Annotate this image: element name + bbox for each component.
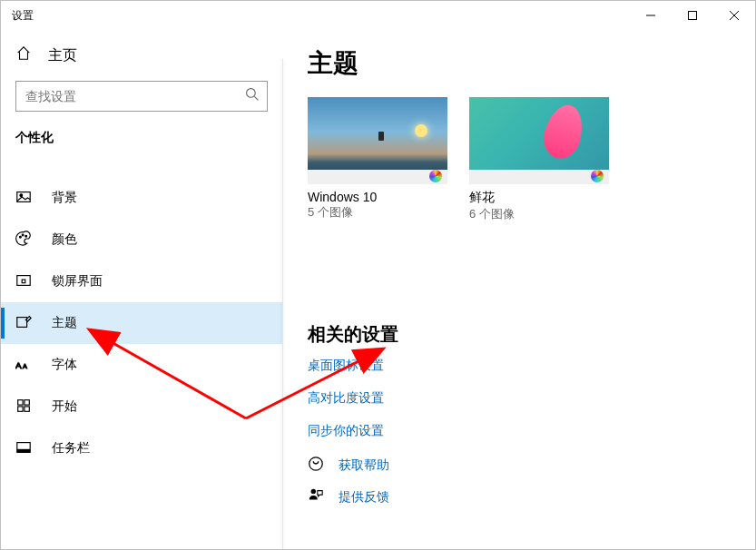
- palette-icon: [15, 231, 32, 250]
- svg-rect-15: [25, 406, 29, 410]
- give-feedback-link[interactable]: 提供反馈: [308, 487, 730, 506]
- svg-rect-17: [17, 448, 30, 452]
- window-controls: [630, 1, 755, 30]
- minimize-button[interactable]: [630, 1, 672, 30]
- svg-rect-7: [17, 275, 30, 285]
- svg-rect-8: [22, 280, 25, 283]
- svg-point-4: [20, 236, 22, 238]
- sidebar-item-label: 主题: [52, 315, 77, 331]
- svg-rect-14: [18, 406, 23, 410]
- home-icon: [15, 45, 32, 65]
- sidebar-item-label: 开始: [52, 398, 77, 415]
- sidebar-item-label: 颜色: [52, 231, 77, 248]
- link-high-contrast[interactable]: 高对比度设置: [308, 390, 730, 407]
- svg-point-3: [20, 193, 23, 196]
- get-help-link[interactable]: 获取帮助: [308, 456, 730, 475]
- theme-sub: 5 个图像: [308, 204, 447, 221]
- color-wheel-icon: [429, 170, 442, 182]
- sidebar-item-background[interactable]: 背景: [1, 177, 282, 219]
- maximize-button[interactable]: [672, 1, 713, 30]
- svg-text:A: A: [15, 359, 22, 369]
- feedback-icon: [308, 487, 324, 506]
- sidebar-item-label: 背景: [52, 190, 77, 206]
- search-icon: [245, 87, 260, 105]
- theme-card-flowers[interactable]: 鲜花 6 个图像: [469, 97, 609, 222]
- sidebar-item-taskbar[interactable]: 任务栏: [1, 427, 282, 469]
- svg-point-1: [247, 89, 256, 98]
- feedback-label: 提供反馈: [339, 489, 389, 506]
- help-label: 获取帮助: [339, 457, 389, 474]
- content-title: 主题: [308, 46, 730, 81]
- sidebar-item-label: 字体: [52, 357, 77, 373]
- related-settings-title: 相关的设置: [308, 322, 730, 347]
- sidebar-item-label: 任务栏: [52, 440, 90, 457]
- link-sync-settings[interactable]: 同步你的设置: [308, 423, 730, 439]
- svg-rect-13: [25, 399, 29, 404]
- image-icon: [15, 189, 32, 208]
- color-wheel-icon: [591, 170, 604, 182]
- window-titlebar: 设置: [1, 1, 755, 30]
- search-input[interactable]: [25, 89, 245, 103]
- svg-point-19: [311, 489, 316, 494]
- sidebar: 主页 个性化 背景 颜色 锁屏界面 主题: [1, 30, 282, 549]
- theme-name: 鲜花: [469, 190, 609, 206]
- theme-name: Windows 10: [308, 190, 447, 204]
- svg-point-6: [25, 235, 27, 237]
- svg-rect-9: [17, 317, 27, 327]
- window-title: 设置: [12, 8, 34, 24]
- home-button[interactable]: 主页: [1, 37, 282, 74]
- sidebar-item-start[interactable]: 开始: [1, 386, 282, 427]
- sidebar-item-colors[interactable]: 颜色: [1, 219, 282, 260]
- svg-rect-12: [18, 399, 23, 404]
- home-label: 主页: [48, 46, 77, 65]
- sidebar-item-lockscreen[interactable]: 锁屏界面: [1, 260, 282, 302]
- theme-thumbnail: [308, 97, 447, 184]
- sidebar-item-label: 锁屏界面: [52, 273, 103, 290]
- svg-rect-2: [17, 192, 30, 201]
- close-button[interactable]: [713, 1, 755, 30]
- themes-grid: Windows 10 5 个图像 鲜花 6 个图像: [308, 97, 730, 222]
- lock-screen-icon: [15, 272, 32, 291]
- pen-icon: [15, 314, 32, 333]
- font-icon: AA: [15, 356, 32, 375]
- sidebar-category: 个性化: [1, 112, 282, 159]
- theme-thumbnail: [469, 97, 609, 184]
- content-area: 主题 Windows 10 5 个图像 鲜花 6 个图像 相关的设置 桌面图标设…: [282, 30, 755, 549]
- help-icon: [308, 456, 324, 475]
- sidebar-nav: 背景 颜色 锁屏界面 主题 AA 字体 开始: [1, 177, 282, 469]
- sidebar-item-fonts[interactable]: AA 字体: [1, 344, 282, 386]
- sidebar-item-themes[interactable]: 主题: [1, 302, 282, 344]
- divider: [282, 59, 283, 549]
- search-box[interactable]: [15, 81, 268, 112]
- grid-icon: [15, 398, 32, 417]
- svg-text:A: A: [23, 361, 27, 369]
- link-desktop-icons[interactable]: 桌面图标设置: [308, 358, 730, 374]
- taskbar-icon: [15, 439, 32, 458]
- svg-point-5: [22, 234, 24, 236]
- theme-sub: 6 个图像: [469, 206, 609, 222]
- svg-rect-0: [689, 12, 697, 20]
- theme-card-windows10[interactable]: Windows 10 5 个图像: [308, 97, 447, 222]
